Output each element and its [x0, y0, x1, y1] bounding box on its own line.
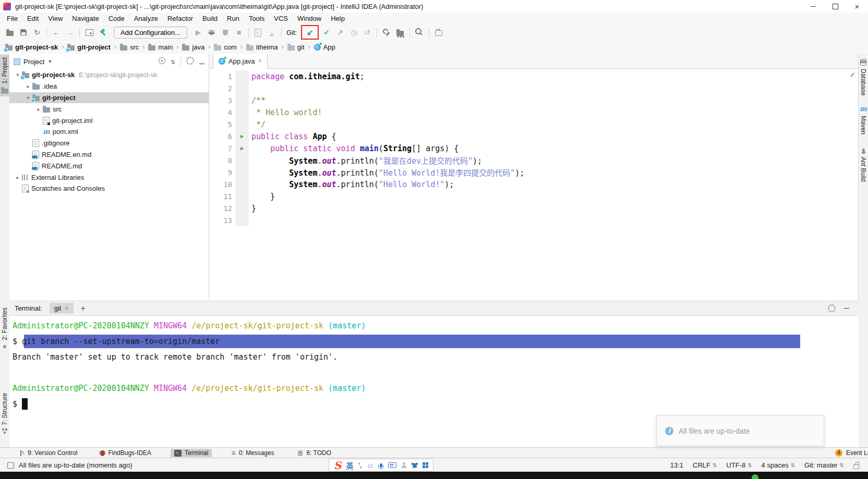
open-button[interactable]	[3, 26, 17, 39]
tree-item-Scratches and Consoles[interactable]: Scratches and Consoles	[9, 183, 209, 194]
editor-tab-app-java[interactable]: C App.java ×	[213, 54, 268, 69]
hide-panel-icon[interactable]	[844, 308, 849, 309]
tool-window-tab-FindBugs-IDEA[interactable]: FindBugs-IDEA	[97, 449, 155, 457]
status-widget-Git-master[interactable]: Git: master⇅	[804, 461, 844, 469]
line-number[interactable]: 9	[209, 168, 235, 177]
sogou-ime-toolbar[interactable]: S 英 ’, ☺	[329, 459, 433, 472]
code-editor[interactable]: 1package com.itheima.git;23/**4 * Hello …	[209, 69, 859, 301]
line-number[interactable]: 5	[209, 120, 235, 129]
tool-window-switcher-icon[interactable]	[7, 462, 14, 469]
status-widget-13-1[interactable]: 13:1	[670, 461, 683, 469]
commit-button[interactable]: ✓	[320, 26, 333, 39]
menu-run[interactable]: Run	[222, 15, 244, 22]
tree-item-git-project.iml[interactable]: git-project.iml	[9, 115, 209, 126]
collapse-button[interactable]: ⇅	[171, 58, 175, 66]
breadcrumb-item-git-project[interactable]: git-project	[67, 43, 111, 51]
tree-item-.gitignore[interactable]: .gitignore	[9, 138, 209, 149]
search-button[interactable]	[413, 26, 426, 39]
new-terminal-button[interactable]: +	[81, 304, 86, 313]
menu-file[interactable]: File	[2, 15, 22, 22]
menu-tools[interactable]: Tools	[244, 15, 269, 22]
breadcrumb-item-App[interactable]: CApp	[314, 43, 335, 51]
run-line-icon[interactable]: ▶	[240, 145, 244, 152]
save-button[interactable]	[17, 26, 30, 39]
tool-window-tab-0-Messages[interactable]: ≡0: Messages	[227, 449, 278, 457]
tree-item-README.md[interactable]: README.md	[9, 160, 209, 171]
settings-button[interactable]	[186, 57, 194, 66]
tree-item-README.en.md[interactable]: README.en.md	[9, 149, 209, 161]
debug-button[interactable]	[205, 26, 219, 39]
line-number[interactable]: 2	[209, 84, 235, 93]
tree-item-pom.xml[interactable]: mpom.xml	[9, 126, 209, 138]
breadcrumb-item-src[interactable]: src	[120, 43, 139, 51]
event-log-button[interactable]: 4 Event Log	[835, 449, 868, 457]
lock-icon[interactable]	[853, 464, 859, 469]
line-number[interactable]: 13	[209, 216, 235, 225]
add-configuration-button[interactable]: Add Configuration...	[114, 27, 187, 39]
line-number[interactable]: 11	[209, 192, 235, 201]
status-widget-CRLF[interactable]: CRLF⇅	[693, 461, 717, 469]
close-button[interactable]: ×	[846, 0, 868, 13]
menu-analyze[interactable]: Analyze	[129, 15, 163, 22]
menu-help[interactable]: Help	[326, 15, 349, 22]
project-panel-title[interactable]: Project	[23, 58, 44, 66]
tool-window-tab-9-Version-Control[interactable]: 9: Version Control	[16, 449, 81, 457]
line-number[interactable]: 3	[209, 96, 235, 105]
breadcrumb-item-main[interactable]: main	[148, 43, 173, 51]
stripe-tab-2-Favorites[interactable]: 2: Favorites★	[0, 305, 9, 352]
tree-item-git-project[interactable]: ▾git-project	[9, 92, 209, 104]
menu-navigate[interactable]: Navigate	[67, 15, 103, 22]
ime-emoji-icon[interactable]: ☺	[367, 461, 374, 470]
stop-button[interactable]: ■	[232, 26, 246, 39]
menu-build[interactable]: Build	[198, 15, 222, 22]
menu-edit[interactable]: Edit	[22, 15, 43, 22]
update-button[interactable]: ↙	[303, 26, 317, 39]
minimize-button[interactable]	[802, 0, 824, 13]
ime-mic-icon[interactable]	[380, 463, 382, 468]
coverage-button[interactable]	[219, 26, 232, 39]
gear-icon[interactable]	[828, 304, 836, 312]
terminal-tab-git[interactable]: git ×	[50, 303, 74, 314]
ime-handwriting-icon[interactable]	[401, 462, 407, 468]
locate-button[interactable]	[159, 57, 165, 66]
forward-button[interactable]: →	[63, 26, 77, 39]
notification-balloon[interactable]: i All files are up-to-date	[656, 415, 824, 446]
ime-punctuation-icon[interactable]: ’,	[358, 461, 361, 469]
line-number[interactable]: 7	[209, 144, 235, 153]
ime-skin-icon[interactable]	[412, 463, 418, 468]
windows-taskbar[interactable]	[0, 472, 868, 479]
stripe-tab-Database[interactable]: Database	[859, 59, 868, 95]
line-number[interactable]: 4	[209, 108, 235, 117]
close-tab-icon[interactable]: ×	[258, 57, 262, 65]
ime-toolbox-icon[interactable]	[423, 462, 428, 468]
tool-window-tab-Terminal[interactable]: >_Terminal	[171, 449, 212, 457]
chevron-collapsed-icon[interactable]: ▸	[24, 83, 32, 89]
menu-view[interactable]: View	[43, 15, 67, 22]
close-terminal-tab-icon[interactable]: ×	[65, 305, 68, 312]
status-widget-UTF-8[interactable]: UTF-8⇅	[726, 461, 752, 469]
line-number[interactable]: 8	[209, 156, 235, 165]
history-button[interactable]: ◷	[347, 26, 360, 39]
run-line-icon[interactable]: ▶	[240, 133, 244, 140]
status-widget-4-spaces[interactable]: 4 spaces⇅	[762, 461, 795, 469]
tree-item-External Libraries[interactable]: ▸External Libraries	[9, 171, 209, 183]
hammer-button[interactable]	[96, 26, 110, 39]
menu-vcs[interactable]: VCS	[269, 15, 293, 22]
maximize-button[interactable]	[824, 0, 846, 13]
menu-code[interactable]: Code	[104, 15, 129, 22]
push-button[interactable]: ↗	[333, 26, 347, 39]
stripe-tab-7-Structure[interactable]: 7: Structure	[0, 390, 9, 436]
line-number[interactable]: 10	[209, 180, 235, 189]
tree-item-.idea[interactable]: ▸.idea	[9, 81, 209, 92]
chevron-down-icon[interactable]: ▼	[47, 59, 52, 64]
stripe-tab-Maven[interactable]: mMaven	[859, 105, 868, 134]
menu-refactor[interactable]: Refactor	[163, 15, 198, 22]
plugin-button[interactable]	[432, 26, 445, 39]
taskbar-app-icon[interactable]	[752, 474, 758, 479]
tool-window-tab-6-TODO[interactable]: ≣6: TODO	[294, 449, 335, 457]
menu-window[interactable]: Window	[293, 15, 326, 22]
run-window-button[interactable]	[82, 26, 96, 39]
revert-button[interactable]: ↺	[360, 26, 374, 39]
structure-button[interactable]	[393, 26, 407, 39]
line-number[interactable]: 12	[209, 204, 235, 213]
